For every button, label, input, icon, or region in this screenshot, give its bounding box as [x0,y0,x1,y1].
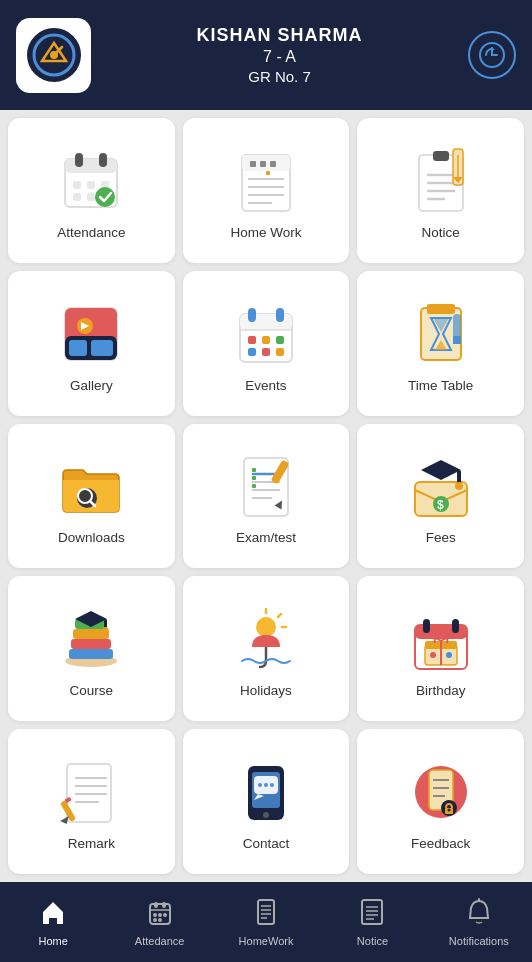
svg-rect-10 [99,153,107,167]
svg-point-113 [270,783,274,787]
grid-item-notice[interactable]: Notice [357,118,524,263]
grid-item-feedback[interactable]: Feedback [357,729,524,874]
nav-notice-label: Notice [357,935,388,947]
homework-label: Home Work [230,225,301,240]
notifications-nav-icon [465,898,493,932]
nav-item-attendance[interactable]: Attedance [106,882,212,962]
svg-rect-46 [276,308,284,322]
svg-line-87 [278,614,281,617]
holidays-label: Holidays [240,683,292,698]
svg-rect-91 [415,625,467,639]
svg-text:$: $ [437,498,444,512]
birthday-icon [405,603,477,675]
svg-rect-136 [362,900,382,924]
birthday-label: Birthday [416,683,466,698]
main-grid: Attendance Home Work [0,110,532,882]
svg-rect-73 [457,470,461,484]
svg-rect-19 [250,161,256,167]
notice-label: Notice [422,225,460,240]
homework-icon [230,145,302,217]
nav-item-notifications[interactable]: Notifications [426,882,532,962]
feedback-label: Feedback [411,836,470,851]
svg-rect-55 [427,304,455,314]
grid-item-timetable[interactable]: Time Table [357,271,524,416]
gallery-icon [55,298,127,370]
svg-point-129 [153,918,157,922]
svg-rect-42 [91,340,113,356]
user-class: 7 - A [197,48,363,66]
user-name: KISHAN SHARMA [197,25,363,46]
grid-item-examtest[interactable]: Exam/test [183,424,350,569]
svg-point-127 [158,913,162,917]
nav-homework-label: HomeWork [239,935,294,947]
svg-rect-48 [262,336,270,344]
downloads-icon [55,450,127,522]
svg-point-128 [163,913,167,917]
grid-item-homework[interactable]: Home Work [183,118,350,263]
svg-rect-47 [248,336,256,344]
svg-rect-26 [266,171,270,175]
svg-point-16 [95,187,115,207]
home-icon [39,898,67,932]
timetable-icon [405,298,477,370]
svg-rect-67 [252,476,256,480]
svg-rect-21 [270,161,276,167]
grid-item-course[interactable]: Course [8,576,175,721]
grid-item-remark[interactable]: Remark [8,729,175,874]
grid-item-attendance[interactable]: Attendance [8,118,175,263]
nav-home-label: Home [39,935,68,947]
fees-icon: $ [405,450,477,522]
nav-item-notice[interactable]: Notice [319,882,425,962]
grid-item-downloads[interactable]: Downloads [8,424,175,569]
nav-attendance-label: Attedance [135,935,185,947]
events-label: Events [245,378,286,393]
svg-rect-41 [69,340,87,356]
svg-point-98 [446,652,452,658]
attendance-nav-icon [146,898,174,932]
svg-marker-72 [421,460,461,480]
grid-item-fees[interactable]: $ Fees [357,424,524,569]
svg-rect-8 [65,159,117,173]
svg-rect-44 [240,314,292,330]
events-icon [230,298,302,370]
notice-icon [405,145,477,217]
svg-rect-14 [73,193,81,201]
app-logo [16,18,91,93]
grid-item-birthday[interactable]: Birthday [357,576,524,721]
svg-rect-45 [248,308,256,322]
svg-rect-15 [87,193,95,201]
course-label: Course [70,683,114,698]
notice-nav-icon [358,898,386,932]
examtest-icon [230,450,302,522]
grid-item-contact[interactable]: Contact [183,729,350,874]
examtest-label: Exam/test [236,530,296,545]
svg-rect-131 [258,900,274,924]
svg-rect-9 [75,153,83,167]
svg-point-130 [158,918,162,922]
svg-point-74 [455,482,463,490]
grid-item-events[interactable]: Events [183,271,350,416]
nav-item-home[interactable]: Home [0,882,106,962]
svg-rect-124 [154,902,158,908]
svg-rect-50 [248,348,256,356]
grid-item-holidays[interactable]: Holidays [183,576,350,721]
svg-rect-28 [433,151,449,161]
svg-point-97 [430,652,436,658]
contact-label: Contact [243,836,290,851]
svg-point-126 [153,913,157,917]
svg-rect-52 [276,348,284,356]
nav-item-homework[interactable]: HomeWork [213,882,319,962]
svg-point-112 [264,783,268,787]
svg-rect-125 [162,902,166,908]
svg-point-84 [103,627,109,633]
grid-item-gallery[interactable]: Gallery [8,271,175,416]
svg-point-85 [256,617,276,637]
feedback-icon [405,756,477,828]
svg-point-109 [263,812,269,818]
attendance-icon [55,145,127,217]
svg-rect-57 [453,336,461,344]
svg-rect-51 [262,348,270,356]
svg-rect-68 [252,484,256,488]
header-sync-icon[interactable] [468,31,516,79]
attendance-label: Attendance [57,225,125,240]
